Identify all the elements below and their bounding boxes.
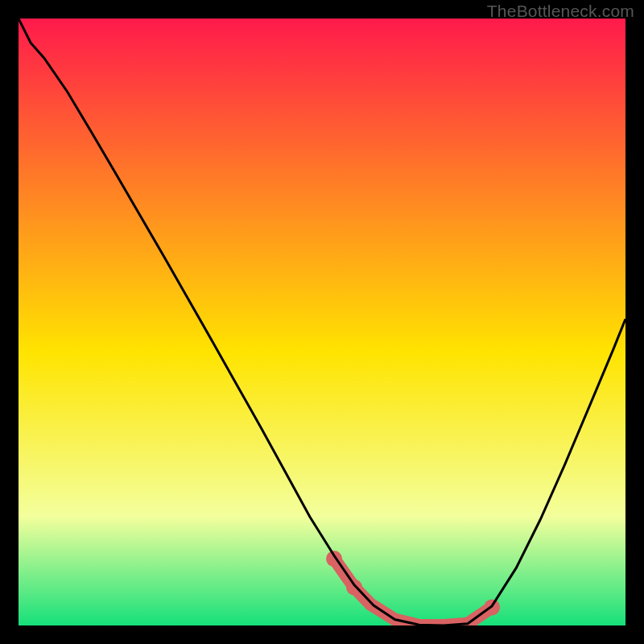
watermark-text: TheBottleneck.com: [487, 2, 634, 21]
curve-layer: [19, 19, 625, 625]
plot-area: [19, 19, 625, 625]
chart-stage: TheBottleneck.com: [0, 0, 644, 644]
main-curve: [19, 19, 625, 625]
accent-dot: [346, 579, 362, 595]
